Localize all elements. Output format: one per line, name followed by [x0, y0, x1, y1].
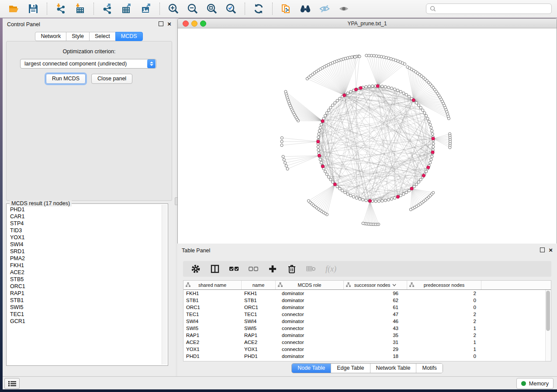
cell-name[interactable]: ACE2 [242, 339, 276, 346]
cell-shared-name[interactable]: YOX1 [183, 346, 242, 353]
mcds-result-item[interactable]: PHD1 [7, 206, 162, 213]
table-row[interactable]: TEC1TEC1connector472 [183, 311, 551, 318]
close-panel-button[interactable]: Close panel [91, 74, 132, 84]
table-scrollbar-thumb[interactable] [546, 291, 550, 331]
add-column-button[interactable] [268, 264, 277, 274]
cell-successor-nodes[interactable]: 96 [344, 290, 407, 297]
mcds-result-item[interactable]: RAP1 [7, 290, 162, 297]
mcds-result-item[interactable]: YOX1 [7, 234, 162, 241]
cell-successor-nodes[interactable]: 29 [344, 346, 407, 353]
import-network-button[interactable] [55, 3, 66, 14]
table-row[interactable]: ORC1ORC1dominator610 [183, 304, 551, 311]
task-history-button[interactable] [4, 378, 20, 389]
cell-name[interactable]: ORC1 [242, 304, 276, 311]
zoom-in-button[interactable] [168, 3, 179, 14]
deselect-all-button[interactable] [249, 264, 258, 274]
mcds-result-item[interactable]: ORC1 [7, 283, 162, 290]
cell-predecessor-nodes[interactable]: 0 [407, 353, 481, 360]
cell-predecessor-nodes[interactable]: 1 [407, 346, 481, 353]
show-columns-button[interactable] [210, 264, 220, 274]
cell-shared-name[interactable]: RAP1 [183, 332, 242, 339]
import-table-button[interactable] [74, 3, 86, 14]
select-all-button[interactable] [229, 264, 239, 274]
memory-button[interactable]: Memory [516, 378, 554, 389]
mcds-result-item[interactable]: CAR1 [7, 213, 162, 220]
cell-successor-nodes[interactable]: 46 [344, 318, 407, 325]
open-file-button[interactable] [8, 3, 20, 14]
optimization-criterion-select[interactable]: largest connected component (undirected) [20, 59, 156, 69]
window-minimize-traffic-light[interactable] [191, 21, 197, 27]
network-window-titlebar[interactable]: YPA_prune.txt_1 [178, 19, 557, 28]
cell-predecessor-nodes[interactable]: 1 [407, 339, 481, 346]
table-row[interactable]: SWI5SWI5connector431 [183, 325, 551, 332]
tab-network[interactable]: Network [35, 32, 66, 41]
cell-predecessor-nodes[interactable]: 2 [407, 332, 481, 339]
table-row[interactable]: SWI4SWI4dominator462 [183, 318, 551, 325]
refresh-view-button[interactable] [253, 3, 264, 14]
table-row[interactable]: STB1STB1dominator620 [183, 297, 551, 304]
mcds-result-item[interactable]: TID3 [7, 227, 162, 234]
table-settings-button[interactable] [191, 264, 201, 274]
cell-name[interactable]: PHD1 [242, 353, 276, 360]
cell-name[interactable]: TEC1 [242, 311, 276, 318]
mcds-result-item[interactable]: STP4 [7, 220, 162, 227]
cell-successor-nodes[interactable]: 61 [344, 304, 407, 311]
cell-MCDS-role[interactable]: connector [276, 311, 344, 318]
table-panel-close-button[interactable]: × [549, 248, 553, 252]
table-panel-float-button[interactable] [540, 248, 545, 252]
cell-shared-name[interactable]: PHD1 [183, 353, 242, 360]
apply-function-button[interactable]: f(x) [325, 265, 336, 274]
cell-successor-nodes[interactable]: 62 [344, 297, 407, 304]
tab-select[interactable]: Select [89, 32, 116, 41]
tab-edge-table[interactable]: Edge Table [331, 364, 370, 373]
mcds-result-scrollbar[interactable] [162, 205, 167, 364]
cell-predecessor-nodes[interactable]: 0 [407, 304, 481, 311]
mcds-result-item[interactable]: ACE2 [7, 269, 162, 276]
mcds-result-item[interactable]: FKH1 [7, 262, 162, 269]
cell-MCDS-role[interactable]: dominator [276, 304, 344, 311]
share-document-button[interactable] [280, 3, 292, 14]
cell-shared-name[interactable]: ACE2 [183, 339, 242, 346]
cell-successor-nodes[interactable]: 35 [344, 332, 407, 339]
cell-name[interactable]: SWI5 [242, 325, 276, 332]
cell-MCDS-role[interactable]: dominator [276, 318, 344, 325]
cell-MCDS-role[interactable]: dominator [276, 353, 344, 360]
cell-MCDS-role[interactable]: dominator [276, 332, 344, 339]
table-row[interactable]: YOX1YOX1connector291 [183, 346, 551, 353]
cell-shared-name[interactable]: SWI5 [183, 325, 242, 332]
cell-name[interactable]: FKH1 [242, 290, 276, 297]
tab-style[interactable]: Style [66, 32, 90, 41]
column-header-MCDS-role[interactable]: MCDS role [276, 281, 344, 289]
cell-MCDS-role[interactable]: connector [276, 346, 344, 353]
mcds-result-item[interactable]: STB1 [7, 297, 162, 304]
cell-name[interactable]: SWI4 [242, 318, 276, 325]
tab-motifs[interactable]: Motifs [416, 364, 442, 373]
column-header-predecessor-nodes[interactable]: predecessor nodes [407, 281, 481, 289]
export-image-button[interactable] [140, 3, 152, 14]
run-mcds-button[interactable]: Run MCDS [46, 74, 86, 84]
column-header-name[interactable]: name [242, 281, 276, 289]
hide-selected-button[interactable] [319, 3, 330, 14]
cell-name[interactable]: RAP1 [242, 332, 276, 339]
zoom-fit-button[interactable] [206, 3, 218, 14]
cell-shared-name[interactable]: ORC1 [183, 304, 242, 311]
cell-predecessor-nodes[interactable]: 2 [407, 318, 481, 325]
cell-shared-name[interactable]: FKH1 [183, 290, 242, 297]
tab-network-table[interactable]: Network Table [370, 364, 416, 373]
column-header-successor-nodes[interactable]: successor nodes [344, 281, 407, 289]
zoom-out-button[interactable] [187, 3, 198, 14]
window-zoom-traffic-light[interactable] [200, 21, 206, 27]
cell-successor-nodes[interactable]: 47 [344, 311, 407, 318]
mcds-result-item[interactable]: STB5 [7, 276, 162, 283]
zoom-selected-button[interactable] [225, 3, 237, 14]
tab-mcds[interactable]: MCDS [115, 32, 143, 41]
mcds-result-item[interactable]: TEC1 [7, 311, 162, 318]
cell-shared-name[interactable]: STB1 [183, 297, 242, 304]
mcds-result-item[interactable]: SWI4 [7, 241, 162, 248]
column-header-shared-name[interactable]: shared name [183, 281, 242, 289]
cell-predecessor-nodes[interactable]: 2 [407, 311, 481, 318]
cell-successor-nodes[interactable]: 18 [344, 353, 407, 360]
window-close-traffic-light[interactable] [183, 21, 189, 27]
cell-successor-nodes[interactable]: 31 [344, 339, 407, 346]
table-row[interactable]: FKH1FKH1dominator962 [183, 290, 551, 297]
